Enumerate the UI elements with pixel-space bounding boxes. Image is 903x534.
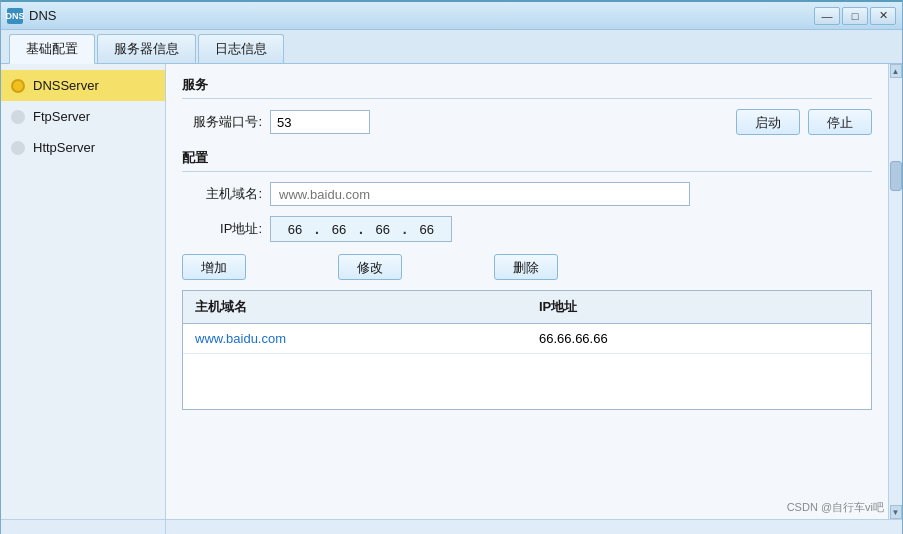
ip-label: IP地址: — [182, 220, 262, 238]
domain-label: 主机域名: — [182, 185, 262, 203]
close-button[interactable]: ✕ — [870, 7, 896, 25]
sidebar-item-ftp[interactable]: FtpServer — [1, 101, 165, 132]
table-header: 主机域名 IP地址 — [183, 291, 871, 324]
port-input[interactable] — [270, 110, 370, 134]
dns-table: 主机域名 IP地址 www.baidu.com 66.66.66.66 — [182, 290, 872, 410]
content-area: DNSServer FtpServer HttpServer 服务 服务端口号:… — [1, 64, 902, 519]
col-domain: 主机域名 — [183, 295, 527, 319]
tab-basic[interactable]: 基础配置 — [9, 34, 95, 64]
main-panel: 服务 服务端口号: 启动 停止 配置 主机域名: IP地址: — [166, 64, 888, 519]
tab-log[interactable]: 日志信息 — [198, 34, 284, 63]
app-icon: DNS — [7, 8, 23, 24]
sidebar-dns-label: DNSServer — [33, 78, 99, 93]
tabs-bar: 基础配置 服务器信息 日志信息 — [1, 30, 902, 64]
sidebar-item-http[interactable]: HttpServer — [1, 132, 165, 163]
scroll-down-arrow[interactable]: ▼ — [890, 505, 902, 519]
scrollbar-right[interactable]: ▲ ▼ — [888, 64, 902, 519]
minimize-button[interactable]: — — [814, 7, 840, 25]
ip-row: IP地址: . . . — [182, 216, 872, 242]
domain-input[interactable] — [270, 182, 690, 206]
scrollbar-bottom[interactable] — [1, 519, 902, 533]
title-bar: DNS DNS — □ ✕ — [1, 2, 902, 30]
scroll-thumb[interactable] — [890, 161, 902, 191]
maximize-button[interactable]: □ — [842, 7, 868, 25]
scroll-up-arrow[interactable]: ▲ — [890, 64, 902, 78]
port-label: 服务端口号: — [182, 113, 262, 131]
ip-octet-1[interactable] — [275, 218, 315, 240]
service-section-label: 服务 — [182, 76, 872, 99]
sidebar-ftp-label: FtpServer — [33, 109, 90, 124]
col-ip: IP地址 — [527, 295, 871, 319]
config-section: 配置 主机域名: IP地址: . . . — [182, 149, 872, 410]
delete-button[interactable]: 删除 — [494, 254, 558, 280]
port-row: 服务端口号: 启动 停止 — [182, 109, 872, 135]
tab-server[interactable]: 服务器信息 — [97, 34, 196, 63]
sidebar-item-dns[interactable]: DNSServer — [1, 70, 165, 101]
dns-dot — [11, 79, 25, 93]
table-row[interactable]: www.baidu.com 66.66.66.66 — [183, 324, 871, 354]
config-section-label: 配置 — [182, 149, 872, 172]
domain-row: 主机域名: — [182, 182, 872, 206]
sidebar-http-label: HttpServer — [33, 140, 95, 155]
add-button[interactable]: 增加 — [182, 254, 246, 280]
sidebar: DNSServer FtpServer HttpServer — [1, 64, 166, 519]
service-section: 服务 服务端口号: 启动 停止 — [182, 76, 872, 135]
start-button[interactable]: 启动 — [736, 109, 800, 135]
cell-ip-0: 66.66.66.66 — [527, 328, 871, 349]
title-bar-left: DNS DNS — [7, 8, 56, 24]
ip-field: . . . — [270, 216, 452, 242]
ftp-dot — [11, 110, 25, 124]
modify-button[interactable]: 修改 — [338, 254, 402, 280]
ip-octet-4[interactable] — [407, 218, 447, 240]
action-row: 增加 修改 删除 — [182, 254, 872, 280]
stop-button[interactable]: 停止 — [808, 109, 872, 135]
window-title: DNS — [29, 8, 56, 23]
window-controls: — □ ✕ — [814, 7, 896, 25]
http-dot — [11, 141, 25, 155]
cell-domain-0: www.baidu.com — [183, 328, 527, 349]
ip-octet-3[interactable] — [363, 218, 403, 240]
ip-octet-2[interactable] — [319, 218, 359, 240]
